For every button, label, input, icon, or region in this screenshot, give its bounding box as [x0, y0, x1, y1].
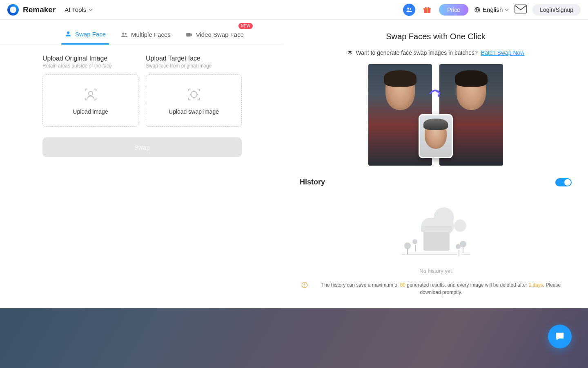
tab-label: Video Swap Face: [196, 31, 244, 38]
tab-video-swap-face[interactable]: Video Swap Face NEW: [182, 27, 247, 45]
chevron-down-icon: [89, 9, 93, 11]
svg-point-12: [191, 92, 197, 98]
svg-point-1: [410, 8, 411, 9]
tab-label: Swap Face: [75, 31, 106, 38]
upload-original-subtitle: Retain areas outside of the face: [42, 63, 138, 69]
upload-section: Upload Original Image Retain areas outsi…: [0, 45, 283, 127]
batch-prompt: Want to generate face swap images in bat…: [356, 49, 478, 56]
logo-icon: [7, 4, 19, 16]
svg-point-8: [122, 32, 124, 34]
history-title: History: [300, 178, 325, 186]
gift-icon[interactable]: [421, 4, 433, 16]
price-button[interactable]: Price: [439, 4, 468, 16]
chat-icon: [554, 331, 566, 342]
svg-rect-4: [427, 8, 428, 13]
dropzone-label: Upload swap image: [169, 108, 219, 115]
mode-tabs: Swap Face Multiple Faces Video Swap Face…: [0, 20, 283, 45]
new-badge: NEW: [238, 23, 253, 29]
svg-point-9: [125, 33, 127, 34]
preview-example: [368, 64, 503, 166]
people-icon: [120, 31, 128, 38]
notice-text: The history can save a maximum of 80 gen…: [312, 281, 570, 296]
history-header: History: [300, 178, 572, 186]
svg-rect-10: [186, 33, 191, 36]
upload-target-dropzone[interactable]: Upload swap image: [146, 74, 242, 127]
upload-target-title: Upload Target face: [146, 55, 242, 62]
tab-multiple-faces[interactable]: Multiple Faces: [117, 27, 174, 45]
batch-swap-link[interactable]: Batch Swap Now: [481, 49, 525, 56]
main-content: Swap Face Multiple Faces Video Swap Face…: [0, 20, 588, 308]
header-left: Remaker AI Tools: [7, 4, 93, 16]
mail-icon[interactable]: [514, 4, 527, 15]
header-right: Price English Login/Signup: [403, 4, 581, 16]
arrow-right-icon: [428, 85, 444, 102]
svg-rect-6: [515, 5, 526, 13]
upload-original-column: Upload Original Image Retain areas outsi…: [42, 55, 138, 127]
app-header: Remaker AI Tools Price English Login/Sig…: [0, 0, 588, 20]
layers-icon: [347, 50, 353, 56]
upload-original-dropzone[interactable]: Upload image: [42, 74, 138, 127]
warning-icon: [301, 282, 308, 288]
history-toggle[interactable]: [555, 178, 572, 186]
login-signup-button[interactable]: Login/Signup: [532, 4, 581, 16]
svg-point-11: [89, 92, 93, 96]
ai-tools-label: AI Tools: [65, 6, 86, 13]
right-title: Swap Faces with One Click: [300, 32, 572, 41]
upload-target-column: Upload Target face Swap face from origin…: [146, 55, 242, 127]
history-notice: The history can save a maximum of 80 gen…: [300, 281, 572, 296]
upload-target-subtitle: Swap face from original image: [146, 63, 242, 69]
footer-hero: [0, 308, 588, 368]
community-icon[interactable]: [403, 4, 415, 16]
empty-illustration: [393, 207, 479, 260]
video-icon: [185, 31, 193, 38]
ai-tools-dropdown[interactable]: AI Tools: [65, 6, 93, 13]
globe-icon: [474, 7, 481, 13]
person-icon: [65, 30, 72, 38]
chevron-down-icon: [505, 9, 509, 11]
swap-button[interactable]: Swap: [42, 137, 242, 157]
target-scan-icon: [186, 86, 202, 103]
preview-target-face-inset: [419, 114, 453, 158]
empty-history-label: No history yet: [419, 268, 452, 274]
history-empty-state: No history yet: [300, 192, 572, 274]
upload-original-title: Upload Original Image: [42, 55, 138, 62]
brand-name: Remaker: [23, 5, 56, 14]
tab-label: Multiple Faces: [131, 31, 171, 38]
left-panel: Swap Face Multiple Faces Video Swap Face…: [0, 20, 283, 308]
batch-swap-row: Want to generate face swap images in bat…: [300, 49, 572, 56]
svg-point-0: [407, 7, 409, 9]
right-panel: Swap Faces with One Click Want to genera…: [283, 20, 588, 308]
face-scan-icon: [82, 86, 99, 103]
language-label: English: [483, 6, 503, 13]
language-selector[interactable]: English: [474, 6, 509, 13]
svg-point-7: [67, 31, 69, 34]
tab-swap-face[interactable]: Swap Face: [61, 27, 109, 45]
brand-logo[interactable]: Remaker: [7, 4, 56, 16]
dropzone-label: Upload image: [73, 108, 108, 115]
svg-point-14: [304, 286, 305, 286]
chat-fab[interactable]: [548, 325, 572, 348]
